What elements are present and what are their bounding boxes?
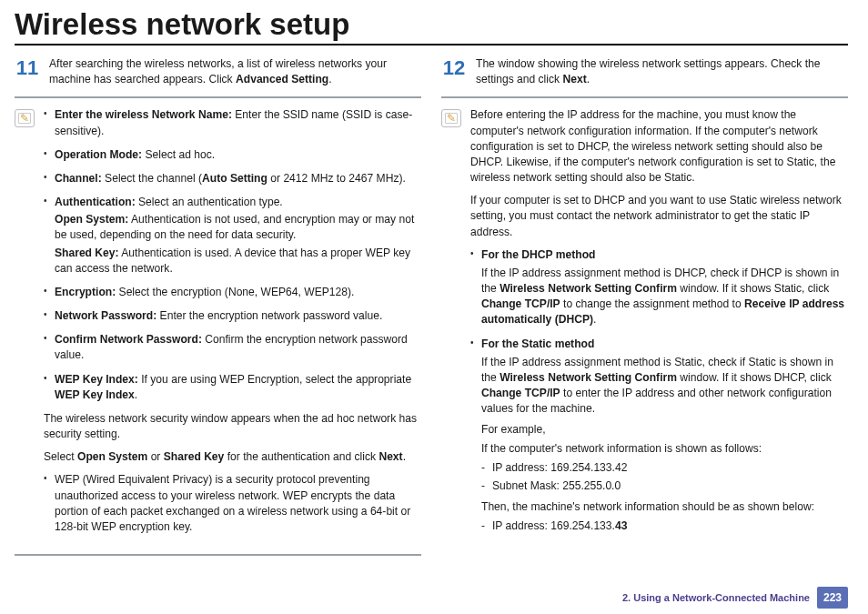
list-item: WEP Key Index: If you are using WEP Encr… xyxy=(44,372,421,403)
example-result: IP address: 169.254.133.43 xyxy=(481,518,848,534)
text: or xyxy=(147,450,163,463)
method-title: For the Static method xyxy=(481,337,594,350)
paragraph: Before entering the IP address for the m… xyxy=(470,107,848,186)
text: If you are using WEP Encryption, select … xyxy=(138,373,411,386)
note-icon xyxy=(15,109,35,127)
text: After searching the wireless networks, a… xyxy=(49,57,387,86)
step-number: 12 xyxy=(441,58,467,87)
bold: Wireless Network Setting Confirm xyxy=(500,282,677,295)
paragraph: The wireless network security window app… xyxy=(44,411,421,442)
step-number: 11 xyxy=(15,58,40,87)
manual-page: Wireless network setup 11 After searchin… xyxy=(0,0,868,614)
label: Enter the wireless Network Name: xyxy=(55,108,232,121)
text: for the authentication and click xyxy=(224,450,378,463)
ui-label: Advanced Setting xyxy=(236,73,328,86)
text: Enter the encryption network password va… xyxy=(156,309,382,322)
step-12: 12 The window showing the wireless netwo… xyxy=(441,56,848,87)
page-number: 223 xyxy=(817,587,848,609)
step-11: 11 After searching the wireless networks… xyxy=(15,56,421,87)
step-body: The window showing the wireless network … xyxy=(476,56,848,87)
text: . xyxy=(593,313,596,326)
example-intro: If the computer's network information is… xyxy=(481,441,848,457)
right-column: 12 The window showing the wireless netwo… xyxy=(441,56,848,556)
method-list: For the DHCP method If the IP address as… xyxy=(470,247,848,535)
text: to change the assignment method to xyxy=(560,297,744,310)
text: window. If it shows DHCP, click xyxy=(677,371,832,384)
note-icon xyxy=(441,109,461,127)
label: Confirm Network Password: xyxy=(55,333,202,346)
list-item: Encryption: Select the encryption (None,… xyxy=(44,285,421,300)
label: Encryption: xyxy=(55,286,116,298)
example-values: IP address: 169.254.133.42 Subnet Mask: … xyxy=(481,460,848,494)
bold: Next xyxy=(378,450,402,463)
list-item: Subnet Mask: 255.255.0.0 xyxy=(481,478,848,494)
paragraph: Select Open System or Shared Key for the… xyxy=(44,449,421,465)
content-columns: 11 After searching the wireless networks… xyxy=(15,56,848,556)
note-body: Before entering the IP address for the m… xyxy=(470,107,848,542)
text: . xyxy=(135,388,137,401)
text: IP address: 169.254.133. xyxy=(492,519,615,532)
label: WEP Key Index: xyxy=(55,373,138,386)
method-title: For the DHCP method xyxy=(481,248,595,261)
text: Select ad hoc. xyxy=(142,148,215,161)
label: Authentication: xyxy=(55,196,136,208)
left-column: 11 After searching the wireless networks… xyxy=(15,56,421,556)
list-item: WEP (Wired Equivalent Privacy) is a secu… xyxy=(44,472,421,535)
note-body: Enter the wireless Network Name: Enter t… xyxy=(44,107,421,543)
example-label: For example, xyxy=(481,422,848,438)
list-item: For the DHCP method If the IP address as… xyxy=(470,247,848,328)
bold: Wireless Network Setting Confirm xyxy=(500,371,677,384)
example-then: Then, the machine's network information … xyxy=(481,499,848,515)
list-item: IP address: 169.254.133.43 xyxy=(481,518,848,534)
bold: Change TCP/IP xyxy=(481,297,560,310)
text: . xyxy=(328,73,331,86)
ui-label: Next xyxy=(562,73,586,86)
text: . xyxy=(403,450,406,463)
settings-list: Enter the wireless Network Name: Enter t… xyxy=(44,107,421,403)
list-item: For the Static method If the IP address … xyxy=(470,337,848,535)
text: window. If it shows Static, click xyxy=(677,282,829,295)
paragraph: If your computer is set to DHCP and you … xyxy=(470,193,848,240)
list-item: Network Password: Enter the encryption n… xyxy=(44,308,421,324)
list-item: IP address: 169.254.133.42 xyxy=(481,460,848,476)
bold: Open System: xyxy=(55,213,128,226)
bold: Change TCP/IP xyxy=(481,387,560,399)
bold: WEP Key Index xyxy=(55,388,135,401)
label: Operation Mode: xyxy=(55,148,142,161)
bold: Auto Setting xyxy=(202,172,267,185)
list-item: Authentication: Select an authentication… xyxy=(44,195,421,277)
list-item: Enter the wireless Network Name: Enter t… xyxy=(44,107,421,138)
note-box-left: Enter the wireless Network Name: Enter t… xyxy=(15,96,421,556)
page-title: Wireless network setup xyxy=(15,7,848,45)
bold: 43 xyxy=(615,519,627,532)
text: Select the channel ( xyxy=(102,172,202,185)
note-box-right: Before entering the IP address for the m… xyxy=(441,96,848,542)
label: Channel: xyxy=(55,172,102,185)
text: or 2412 MHz to 2467 MHz). xyxy=(267,172,406,185)
wep-list: WEP (Wired Equivalent Privacy) is a secu… xyxy=(44,472,421,535)
text: The window showing the wireless network … xyxy=(476,57,820,86)
list-item: Channel: Select the channel (Auto Settin… xyxy=(44,171,421,186)
page-footer: 2. Using a Network-Connected Machine 223 xyxy=(622,587,848,609)
label: Network Password: xyxy=(55,309,156,322)
text: Select an authentication type. xyxy=(136,196,283,208)
step-body: After searching the wireless networks, a… xyxy=(49,56,421,87)
list-item: Operation Mode: Select ad hoc. xyxy=(44,147,421,163)
text: . xyxy=(587,73,590,86)
list-item: Confirm Network Password: Confirm the en… xyxy=(44,332,421,363)
bold: Open System xyxy=(77,450,147,463)
bold: Shared Key xyxy=(164,450,225,463)
text: Select xyxy=(44,450,77,463)
text: Select the encryption (None, WEP64, WEP1… xyxy=(116,286,354,298)
bold: Shared Key: xyxy=(55,247,119,259)
chapter-label: 2. Using a Network-Connected Machine xyxy=(622,592,810,603)
